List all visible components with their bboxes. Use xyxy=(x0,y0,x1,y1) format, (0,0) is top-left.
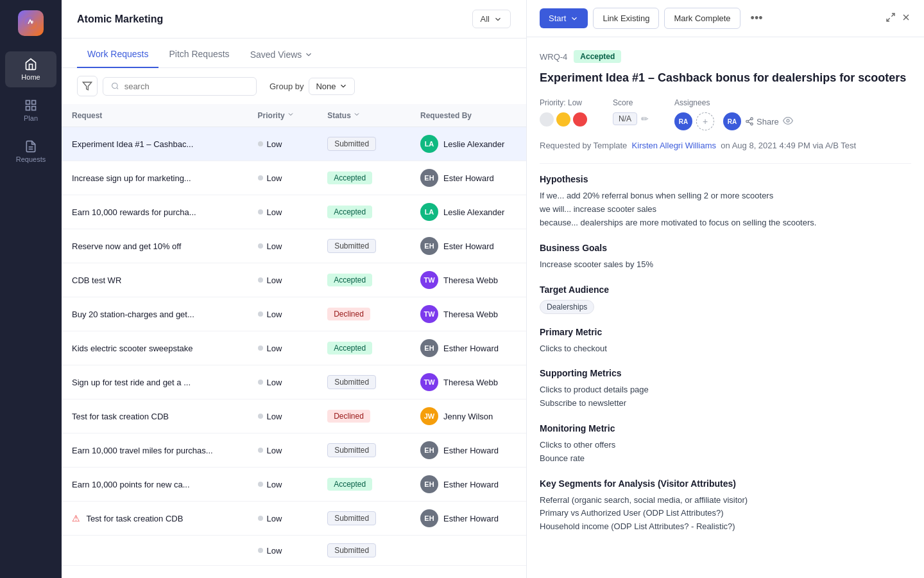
table-row[interactable]: Kids electric scooter sweepstake Low Acc… xyxy=(62,331,526,365)
hypothesis-section: Hypothesis If we... add 20% referral bon… xyxy=(540,174,911,229)
toolbar: Group by None xyxy=(62,68,526,104)
requester-link[interactable]: Kirsten Allegri Williams xyxy=(632,141,716,150)
monitoring-metric-title: Monitoring Metric xyxy=(540,423,911,434)
target-audience-tag: Dealerships xyxy=(540,300,594,314)
hypothesis-will: we will... increase scooter sales xyxy=(540,203,911,216)
requester-cell: JW Jenny Wilson xyxy=(410,399,526,434)
priority-cell: Low xyxy=(248,502,318,536)
filter-icon xyxy=(82,81,92,91)
table-row[interactable]: Sign up for test ride and get a ... Low … xyxy=(62,365,526,399)
avatar: EH xyxy=(420,237,438,255)
avatar: JW xyxy=(420,407,438,425)
chevron-down-icon xyxy=(493,15,502,24)
table-row[interactable]: Earn 10,000 points for new ca... Low Acc… xyxy=(62,468,526,502)
col-priority[interactable]: Priority xyxy=(258,110,307,120)
priority-dot xyxy=(258,414,263,419)
target-audience-section: Target Audience Dealerships xyxy=(540,285,911,314)
priority-circles xyxy=(540,112,587,127)
requester-cell: EH Esther Howard xyxy=(410,331,526,365)
request-cell: Experiment Idea #1 – Cashbac... xyxy=(62,127,248,161)
close-icon xyxy=(901,12,911,22)
more-options-button[interactable]: ••• xyxy=(746,9,768,28)
key-segments-line1: Referral (organic search, social media, … xyxy=(540,494,911,507)
status-cell: Submitted xyxy=(317,127,410,161)
close-panel-button[interactable] xyxy=(901,12,911,25)
status-cell: Submitted xyxy=(317,502,410,536)
group-by-label: Group by xyxy=(270,82,304,91)
panel-body: WRQ-4 Accepted Experiment Idea #1 – Cash… xyxy=(527,37,924,559)
circle-2 xyxy=(556,112,570,127)
table-row[interactable]: Earn 10,000 travel miles for purchas... … xyxy=(62,434,526,468)
avatar: EH xyxy=(420,169,438,187)
visibility-button[interactable] xyxy=(783,116,793,128)
svg-point-17 xyxy=(751,123,753,126)
table-row[interactable]: Low Submitted xyxy=(62,536,526,566)
requests-table-container: Request Priority Status xyxy=(62,104,526,578)
tab-saved-views[interactable]: Saved Views xyxy=(240,39,324,67)
status-badge: Accepted xyxy=(327,171,372,184)
priority-cell: Low xyxy=(248,536,318,566)
priority-value: Low xyxy=(267,241,282,251)
supporting-line2: Subscribe to newsletter xyxy=(540,397,911,410)
table-row[interactable]: Earn 10,000 rewards for purcha... Low Ac… xyxy=(62,195,526,229)
key-segments-line3: Household income (ODP List Attributes? -… xyxy=(540,520,911,534)
expand-panel-button[interactable] xyxy=(886,12,896,25)
table-row[interactable]: Experiment Idea #1 – Cashbac... Low Subm… xyxy=(62,127,526,161)
table-row[interactable]: Test for task creation CDB Low Declined … xyxy=(62,399,526,434)
monitoring-metric-content: Clicks to other offers Bounce rate xyxy=(540,439,911,466)
priority-value: Low xyxy=(267,378,282,387)
priority-cell: Low xyxy=(248,161,318,195)
priority-value: Low xyxy=(267,207,282,217)
table-row[interactable]: Reserve now and get 10% off Low Submitte… xyxy=(62,229,526,263)
request-name: Buy 20 station-charges and get... xyxy=(72,310,194,319)
svg-point-20 xyxy=(787,119,789,122)
priority-value: Low xyxy=(267,446,282,455)
edit-score-button[interactable]: ✏ xyxy=(641,114,649,124)
wrq-id: WRQ-4 xyxy=(540,52,567,62)
avatar: LA xyxy=(420,135,438,153)
col-request[interactable]: Request xyxy=(72,111,237,120)
link-existing-button[interactable]: Link Existing xyxy=(593,8,659,29)
sidebar-item-plan[interactable]: Plan xyxy=(5,92,56,128)
request-name: Test for task creation CDB xyxy=(86,514,183,523)
request-cell: Earn 10,000 points for new ca... xyxy=(62,468,248,502)
table-row[interactable]: Buy 20 station-charges and get... Low De… xyxy=(62,297,526,331)
tab-work-requests[interactable]: Work Requests xyxy=(77,39,158,68)
all-dropdown[interactable]: All xyxy=(472,10,511,28)
status-badge: Accepted xyxy=(327,206,372,218)
svg-rect-2 xyxy=(26,101,30,105)
score-display: N/A ✏ xyxy=(613,112,649,125)
primary-metric-content: Clicks to checkout xyxy=(540,342,911,356)
mark-complete-button[interactable]: Mark Complete xyxy=(664,8,740,29)
requester-cell: TW Theresa Webb xyxy=(410,263,526,297)
table-row[interactable]: CDB test WR Low Accepted TW Theresa Webb xyxy=(62,263,526,297)
monitoring-line2: Bounce rate xyxy=(540,452,911,466)
panel-title: Experiment Idea #1 – Cashback bonus for … xyxy=(540,71,911,85)
table-row[interactable]: Increase sign up for marketing... Low Ac… xyxy=(62,161,526,195)
sidebar-item-requests[interactable]: Requests xyxy=(5,134,56,170)
start-button[interactable]: Start xyxy=(540,8,588,28)
business-goals-section: Business Goals Increase scooter sales by… xyxy=(540,243,911,272)
tab-pitch-requests[interactable]: Pitch Requests xyxy=(158,39,239,68)
requester-name: Leslie Alexander xyxy=(443,207,504,217)
sidebar-item-home[interactable]: Home xyxy=(5,51,56,87)
avatar: EH xyxy=(420,475,438,493)
share-button[interactable]: Share xyxy=(745,117,779,127)
requester-name: Theresa Webb xyxy=(443,276,498,285)
add-assignee-button[interactable]: + xyxy=(696,112,714,130)
table-row[interactable]: ⚠ Test for task creation CDB Low Submitt… xyxy=(62,502,526,536)
group-by-selector[interactable]: None xyxy=(309,78,354,95)
primary-metric-section: Primary Metric Clicks to checkout xyxy=(540,327,911,356)
priority-cell: Low xyxy=(248,434,318,468)
search-input[interactable] xyxy=(124,82,248,91)
key-segments-content: Referral (organic search, social media, … xyxy=(540,494,911,534)
filter-button[interactable] xyxy=(77,76,98,96)
request-name: Experiment Idea #1 – Cashbac... xyxy=(72,139,193,149)
priority-value: Low xyxy=(267,546,282,556)
priority-dot xyxy=(258,311,263,317)
requests-table: Request Priority Status xyxy=(62,104,526,566)
priority-value: Low xyxy=(267,412,282,421)
supporting-line1: Clicks to product details page xyxy=(540,383,911,397)
col-status[interactable]: Status xyxy=(327,110,400,120)
request-cell: Earn 10,000 rewards for purcha... xyxy=(62,195,248,229)
